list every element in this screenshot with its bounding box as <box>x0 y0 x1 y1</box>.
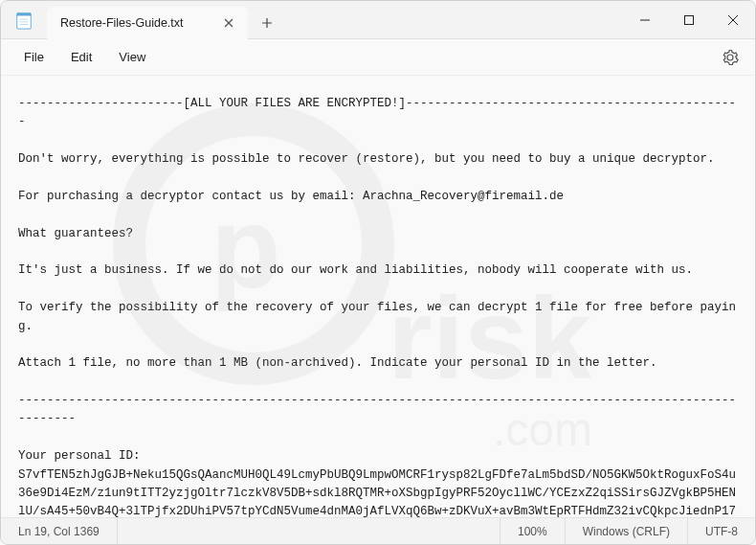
close-icon <box>728 15 738 25</box>
tab-title: Restore-Files-Guide.txt <box>60 16 184 30</box>
minimize-button[interactable] <box>623 1 667 38</box>
maximize-button[interactable] <box>667 1 711 38</box>
app-icon <box>1 1 47 38</box>
status-line-ending[interactable]: Windows (CRLF) <box>565 518 687 544</box>
menu-file[interactable]: File <box>11 44 57 70</box>
plus-icon <box>261 17 273 29</box>
menu-edit[interactable]: Edit <box>57 44 105 70</box>
maximize-icon <box>684 15 694 25</box>
status-encoding[interactable]: UTF-8 <box>687 518 755 544</box>
text-editor-area[interactable]: -----------------------[ALL YOUR FILES A… <box>1 76 755 517</box>
menu-view[interactable]: View <box>105 44 159 70</box>
gear-icon <box>722 49 739 66</box>
status-zoom[interactable]: 100% <box>500 518 565 544</box>
status-spacer <box>118 518 500 544</box>
new-tab-button[interactable] <box>248 7 286 38</box>
settings-button[interactable] <box>715 42 745 73</box>
window-controls <box>623 1 755 38</box>
svg-rect-10 <box>685 15 694 24</box>
titlebar: Restore-Files-Guide.txt <box>1 1 755 39</box>
menubar: File Edit View <box>1 39 755 76</box>
statusbar: Ln 19, Col 1369 100% Windows (CRLF) UTF-… <box>1 517 755 544</box>
close-button[interactable] <box>711 1 755 38</box>
titlebar-drag-area <box>286 1 623 38</box>
close-tab-icon[interactable] <box>222 16 235 30</box>
minimize-icon <box>640 15 650 25</box>
svg-rect-1 <box>17 12 32 15</box>
status-cursor-position[interactable]: Ln 19, Col 1369 <box>1 518 118 544</box>
notepad-icon <box>15 11 33 30</box>
document-tab[interactable]: Restore-Files-Guide.txt <box>47 7 248 39</box>
